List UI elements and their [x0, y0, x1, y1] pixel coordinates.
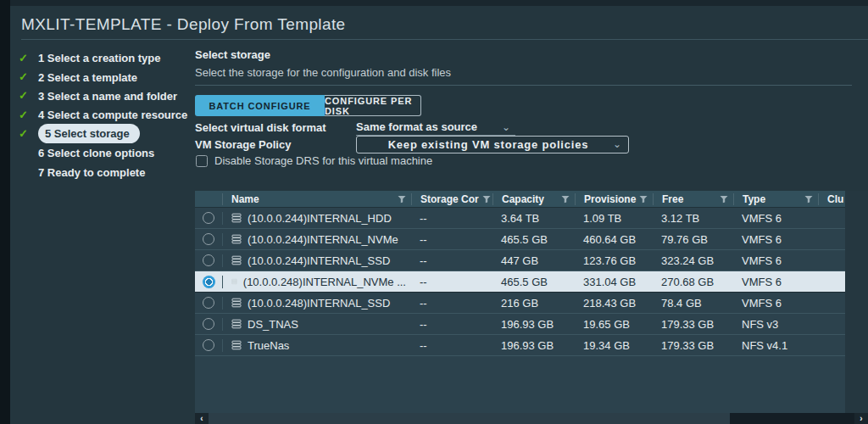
datastore-table: Name Storage Cor Capacity Provisione Fre… — [195, 191, 845, 413]
table-row[interactable]: (10.0.0.248)INTERNAL_SSD -- 216 GB 218.4… — [195, 293, 845, 314]
cell-capacity: 3.64 TB — [492, 212, 575, 225]
sidebar-step-6[interactable]: 6 Select clone options — [10, 143, 195, 162]
header-name[interactable]: Name — [222, 193, 411, 205]
table-body: (10.0.0.244)INTERNAL_HDD -- 3.64 TB 1.09… — [195, 208, 845, 356]
header-free[interactable]: Free — [653, 193, 733, 205]
table-row[interactable]: DS_TNAS -- 196.93 GB 19.65 GB 179.33 GB … — [195, 314, 845, 335]
filter-icon[interactable] — [804, 195, 813, 204]
step-label: 7 Ready to complete — [38, 166, 145, 179]
table-row[interactable]: (10.0.0.244)INTERNAL_SSD -- 447 GB 123.7… — [195, 250, 845, 271]
cell-storage-compatibility: -- — [411, 339, 492, 352]
cell-capacity: 447 GB — [492, 254, 575, 267]
cell-storage-compatibility: -- — [411, 297, 492, 310]
cell-type: VMFS 6 — [733, 276, 818, 288]
datastore-radio[interactable] — [203, 212, 214, 224]
datastore-radio[interactable] — [203, 254, 214, 266]
filter-icon[interactable] — [639, 195, 648, 204]
datastore-name: TrueNas — [248, 339, 289, 352]
backdrop-left-strip — [0, 0, 10, 424]
page-subtitle: Select the storage for the configuration… — [195, 66, 451, 79]
datastore-radio[interactable] — [203, 233, 214, 245]
datastore-name: (10.0.0.244)INTERNAL_NVMe — [248, 233, 398, 246]
table-row[interactable]: (10.0.0.244)INTERNAL_HDD -- 3.64 TB 1.09… — [195, 208, 845, 229]
datastore-icon — [231, 213, 242, 223]
cell-capacity: 465.5 GB — [492, 233, 575, 246]
cell-free: 3.12 TB — [653, 212, 733, 225]
filter-icon[interactable] — [720, 195, 728, 204]
scrollbar-track[interactable] — [730, 413, 854, 424]
page-title: Select storage — [195, 48, 270, 61]
filter-icon[interactable] — [561, 195, 570, 204]
datastore-icon — [231, 340, 242, 350]
step-label: 5 Select storage — [45, 127, 130, 140]
header-capacity[interactable]: Capacity — [492, 193, 575, 205]
step-label: 1 Select a creation type — [38, 52, 161, 64]
storage-policy-select[interactable]: Keep existing VM storage policies ⌄ — [356, 136, 629, 153]
cell-type: VMFS 6 — [733, 212, 818, 225]
cell-free: 78.4 GB — [653, 297, 733, 310]
check-icon: ✓ — [19, 89, 32, 102]
disk-format-select[interactable]: Same format as source ⌄ — [356, 119, 515, 136]
step-label: 6 Select clone options — [38, 147, 154, 159]
storage-policy-value: Keep existing VM storage policies — [364, 138, 613, 151]
header-radio-column — [195, 193, 222, 205]
section-divider — [195, 85, 852, 86]
sidebar-step-3[interactable]: ✓ 3 Select a name and folder — [10, 86, 195, 105]
scrollbar-thumb[interactable] — [209, 413, 730, 424]
datastore-radio[interactable] — [203, 297, 214, 309]
cell-provisioned: 218.43 GB — [575, 297, 653, 310]
datastore-name: (10.0.0.244)INTERNAL_HDD — [248, 212, 392, 225]
cell-capacity: 196.93 GB — [492, 318, 575, 331]
cell-free: 323.24 GB — [653, 254, 733, 267]
disable-drs-checkbox[interactable] — [196, 155, 208, 167]
check-icon: ✓ — [19, 52, 32, 64]
table-row[interactable]: TrueNas -- 196.93 GB 19.34 GB 179.33 GB … — [195, 335, 845, 356]
storage-policy-label: VM Storage Policy — [195, 138, 356, 151]
cell-storage-compatibility: -- — [411, 212, 492, 225]
vertical-scrollbar-gutter[interactable] — [845, 191, 868, 413]
check-icon: ✓ — [19, 109, 32, 121]
datastore-radio[interactable] — [203, 339, 214, 351]
datastore-radio[interactable] — [203, 318, 214, 330]
header-type[interactable]: Type — [733, 193, 818, 205]
storage-policy-row: VM Storage Policy Keep existing VM stora… — [195, 136, 629, 153]
deploy-from-template-dialog: MXLIT-TEMPLATE - Deploy From Template ✓ … — [0, 0, 868, 424]
datastore-radio[interactable] — [203, 276, 215, 288]
datastore-icon — [231, 319, 242, 329]
wizard-steps-sidebar: ✓ 1 Select a creation type ✓ 2 Select a … — [10, 48, 195, 181]
title-divider — [21, 39, 868, 40]
disk-format-row: Select virtual disk format Same format a… — [195, 119, 515, 136]
filter-icon[interactable] — [482, 195, 491, 204]
cell-type: NFS v3 — [733, 318, 818, 331]
cell-type: VMFS 6 — [733, 254, 818, 267]
cell-storage-compatibility: -- — [411, 276, 492, 288]
tab-configure-per-disk[interactable]: CONFIGURE PER DISK — [325, 95, 421, 116]
cell-storage-compatibility: -- — [411, 233, 492, 246]
table-row[interactable]: (10.0.0.248)INTERNAL_NVMe ... -- 465.5 G… — [195, 271, 845, 293]
scroll-left-button[interactable]: ‹ — [195, 413, 209, 424]
table-header-row: Name Storage Cor Capacity Provisione Fre… — [195, 191, 845, 208]
filter-icon[interactable] — [398, 195, 406, 204]
sidebar-step-1[interactable]: ✓ 1 Select a creation type — [10, 48, 195, 67]
datastore-icon — [231, 234, 242, 244]
sidebar-step-7[interactable]: 7 Ready to complete — [10, 162, 195, 181]
cell-capacity: 465.5 GB — [492, 276, 575, 288]
dialog-title: MXLIT-TEMPLATE - Deploy From Template — [21, 15, 346, 34]
datastore-icon — [231, 298, 242, 308]
tab-batch-configure[interactable]: BATCH CONFIGURE — [195, 95, 325, 116]
header-cluster[interactable]: Clu — [818, 193, 845, 205]
header-provisioned[interactable]: Provisione — [575, 193, 653, 205]
scroll-right-button[interactable]: › — [854, 413, 868, 424]
header-storage-compatibility[interactable]: Storage Cor — [411, 193, 492, 205]
cell-type: NFS v4.1 — [733, 339, 818, 352]
disable-drs-row: Disable Storage DRS for this virtual mac… — [196, 154, 432, 167]
table-row[interactable]: (10.0.0.244)INTERNAL_NVMe -- 465.5 GB 46… — [195, 229, 845, 250]
sidebar-step-2[interactable]: ✓ 2 Select a template — [10, 67, 195, 86]
datastore-icon — [231, 255, 242, 265]
cell-provisioned: 19.65 GB — [575, 318, 653, 331]
cell-provisioned: 19.34 GB — [575, 339, 653, 352]
sidebar-step-5-current[interactable]: ✓ 5 Select storage — [10, 125, 195, 143]
cell-capacity: 196.93 GB — [492, 339, 575, 352]
sidebar-step-4[interactable]: ✓ 4 Select a compute resource — [10, 105, 195, 124]
table-empty-area — [195, 356, 845, 413]
